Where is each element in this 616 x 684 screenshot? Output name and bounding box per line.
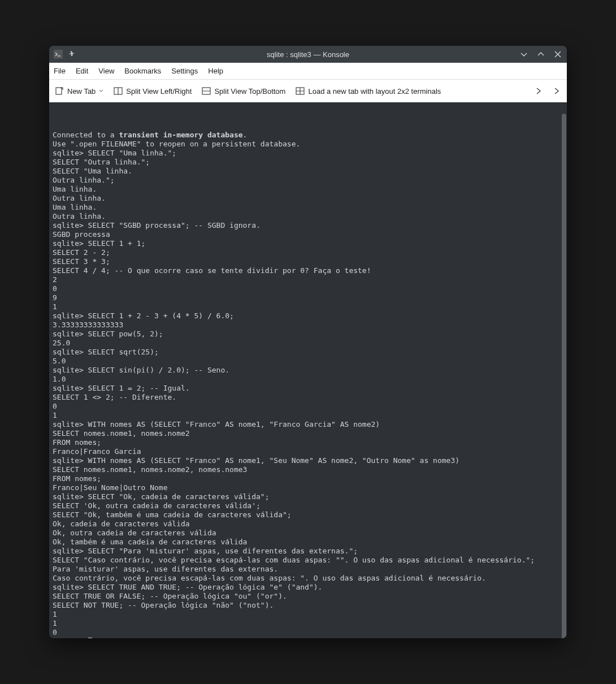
load-layout-label: Load a new tab with layout 2x2 terminals [308, 87, 441, 96]
terminal-line: 1 [53, 610, 563, 619]
terminal-line: sqlite> [53, 637, 563, 638]
svg-rect-0 [54, 50, 63, 59]
terminal-line: SELECT "Ok, também é uma cadeia de carac… [53, 510, 563, 520]
minimize-button[interactable] [519, 50, 528, 59]
menu-settings[interactable]: Settings [171, 67, 198, 75]
terminal-line: FROM nomes; [53, 474, 563, 483]
terminal-line: Para 'misturar' aspas, use diferentes da… [53, 565, 563, 574]
terminal-line: sqlite> SELECT "Uma linha."; [53, 149, 563, 158]
scrollbar[interactable] [562, 114, 566, 638]
terminal-line: sqlite> SELECT sin(pi() / 2.0); -- Seno. [53, 366, 563, 375]
terminal-line: Franco|Franco Garcia [53, 447, 563, 456]
terminal-line: sqlite> WITH nomes AS (SELECT "Franco" A… [53, 456, 563, 465]
terminal-line: SELECT nomes.nome1, nomes.nome2 [53, 429, 563, 438]
terminal-line: Ok, cadeia de caracteres válida [53, 520, 563, 529]
terminal-line: 3.33333333333333 [53, 321, 563, 330]
terminal-line: sqlite> SELECT 1 = 2; -- Igual. [53, 384, 563, 393]
menu-help[interactable]: Help [208, 67, 223, 75]
terminal-line: SELECT 2 - 2; [53, 248, 563, 257]
terminal-line: 1 [53, 411, 563, 420]
svg-rect-2 [56, 88, 62, 94]
menubar: File Edit View Bookmarks Settings Help [49, 63, 567, 80]
menu-edit[interactable]: Edit [76, 67, 88, 75]
close-button[interactable] [553, 50, 562, 59]
terminal-line: SELECT "Caso contrário, você precisa esc… [53, 556, 563, 565]
grid-2x2-icon [296, 86, 305, 96]
terminal-line: Ok, outra cadeia de caracteres válida [53, 529, 563, 538]
terminal-line: 25.0 [53, 339, 563, 348]
terminal-prompt-icon [54, 50, 63, 59]
load-layout-button[interactable]: Load a new tab with layout 2x2 terminals [296, 86, 441, 96]
terminal-line: SELECT "Uma linha. [53, 167, 563, 176]
window-title: sqlite : sqlite3 — Konsole [267, 50, 349, 59]
terminal-line: sqlite> SELECT "Ok, cadeia de caracteres… [53, 492, 563, 501]
split-tb-icon [202, 86, 211, 96]
terminal-line: 5.0 [53, 357, 563, 366]
terminal-line: 1.0 [53, 375, 563, 384]
terminal-line: SELECT 1 <> 2; -- Diferente. [53, 393, 563, 402]
terminal-line: 0 [53, 628, 563, 637]
terminal-line: SELECT 3 * 3; [53, 257, 563, 266]
new-tab-label: New Tab [67, 87, 96, 96]
terminal-viewport[interactable]: Connected to a transient in-memory datab… [49, 102, 567, 638]
menu-file[interactable]: File [54, 67, 66, 75]
terminal-line: Use ".open FILENAME" to reopen on a pers… [53, 140, 563, 149]
terminal-line: sqlite> SELECT 1 + 1; [53, 239, 563, 248]
nav-back-icon[interactable] [534, 86, 543, 96]
terminal-line: Outra linha. [53, 194, 563, 203]
maximize-button[interactable] [536, 50, 545, 59]
terminal-line: 2 [53, 275, 563, 284]
new-tab-button[interactable]: New Tab [55, 86, 103, 96]
terminal-line: Franco|Seu Nome|Outro Nome [53, 483, 563, 492]
terminal-line: sqlite> WITH nomes AS (SELECT "Franco" A… [53, 420, 563, 429]
menu-view[interactable]: View [98, 67, 114, 75]
terminal-line: SELECT nomes.nome1, nomes.nome2, nomes.n… [53, 465, 563, 474]
terminal-line: SGBD processa [53, 230, 563, 239]
terminal-line: Outra linha. [53, 212, 563, 221]
split-lr-label: Split View Left/Right [126, 87, 192, 96]
menu-bookmarks[interactable]: Bookmarks [124, 67, 161, 75]
terminal-line: SELECT 'Ok, outra cadeia de caracteres v… [53, 501, 563, 510]
terminal-line: SELECT 4 / 4; -- O que ocorre caso se te… [53, 266, 563, 275]
chevron-down-icon [99, 89, 103, 93]
terminal-line: sqlite> SELECT TRUE AND TRUE; -- Operaçã… [53, 583, 563, 592]
terminal-line: SELECT TRUE OR FALSE; -- Operação lógica… [53, 592, 563, 601]
terminal-line: Caso contrário, você precisa escapá-las … [53, 574, 563, 583]
terminal-line: sqlite> SELECT pow(5, 2); [53, 330, 563, 339]
terminal-line: FROM nomes; [53, 438, 563, 447]
terminal-line: sqlite> SELECT sqrt(25); [53, 348, 563, 357]
terminal-line: 0 [53, 284, 563, 293]
toolbar: New Tab Split View Left/Right Split View… [49, 80, 567, 102]
terminal-cursor [88, 638, 92, 638]
terminal-line: Outra linha."; [53, 176, 563, 185]
split-tb-label: Split View Top/Bottom [214, 87, 285, 96]
titlebar[interactable]: sqlite : sqlite3 — Konsole [49, 46, 567, 63]
terminal-line: sqlite> SELECT 1 + 2 - 3 + (4 * 5) / 6.0… [53, 311, 563, 321]
split-lr-icon [114, 86, 123, 96]
split-tb-button[interactable]: Split View Top/Bottom [202, 86, 285, 96]
terminal-line: Connected to a transient in-memory datab… [53, 131, 563, 140]
terminal-line: Uma linha. [53, 185, 563, 194]
nav-forward-icon[interactable] [552, 86, 561, 96]
app-window: sqlite : sqlite3 — Konsole File Edit Vie… [49, 46, 567, 638]
terminal-line: Uma linha. [53, 203, 563, 212]
terminal-line: SELECT NOT TRUE; -- Operação lógica "não… [53, 601, 563, 610]
terminal-line: 0 [53, 402, 563, 411]
split-lr-button[interactable]: Split View Left/Right [114, 86, 192, 96]
new-tab-icon [55, 86, 64, 96]
terminal-line: 1 [53, 619, 563, 628]
terminal-line: 1 [53, 302, 563, 311]
terminal-line: SELECT "Outra linha."; [53, 158, 563, 167]
terminal-line: 9 [53, 293, 563, 302]
terminal-line: sqlite> SELECT "SGBD processa"; -- SGBD … [53, 221, 563, 230]
terminal-line: Ok, também é uma cadeia de caracteres vá… [53, 538, 563, 547]
terminal-line: sqlite> SELECT "Para 'misturar' aspas, u… [53, 547, 563, 556]
pin-icon[interactable] [67, 50, 76, 59]
